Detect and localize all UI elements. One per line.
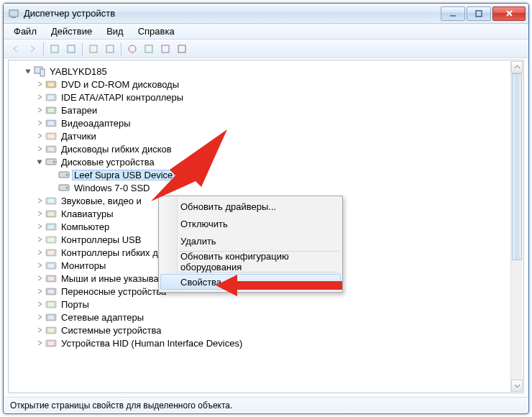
svg-rect-57 — [48, 342, 54, 345]
menu-view[interactable]: Вид — [101, 24, 129, 38]
svg-point-29 — [53, 161, 55, 163]
tree-item[interactable]: Сетевые адаптеры — [12, 311, 520, 324]
svg-point-10 — [129, 45, 136, 52]
ctx-disable[interactable]: Отключить — [160, 215, 341, 232]
svg-rect-25 — [48, 134, 54, 138]
statusbar: Открытие страницы свойств для выделенног… — [4, 397, 528, 413]
vertical-scrollbar[interactable] — [510, 61, 523, 392]
tree-item[interactable]: Windows 7-0 SSD — [12, 181, 520, 194]
svg-rect-47 — [48, 277, 54, 280]
tree-item[interactable]: Дисководы гибких дисков — [12, 142, 520, 155]
tree-item[interactable]: Датчики — [12, 129, 520, 142]
toolbar-icon[interactable] — [124, 41, 140, 57]
svg-rect-6 — [51, 45, 58, 52]
tree-item[interactable]: IDE ATA/ATAPI контроллеры — [12, 91, 520, 104]
tree-item[interactable]: Leef Supra USB Device — [12, 168, 520, 181]
toolbar-icon[interactable] — [141, 41, 157, 57]
svg-rect-8 — [90, 45, 97, 52]
menubar: Файл Действие Вид Справка — [4, 24, 528, 40]
forward-button[interactable] — [24, 41, 40, 57]
svg-rect-55 — [48, 329, 54, 332]
svg-rect-19 — [48, 96, 54, 99]
toolbar-icon[interactable] — [157, 41, 173, 57]
menu-file[interactable]: Файл — [8, 24, 42, 38]
svg-rect-43 — [48, 251, 54, 255]
svg-rect-12 — [162, 45, 169, 52]
ctx-uninstall[interactable]: Удалить — [160, 232, 341, 249]
tree-root[interactable]: YABLYKD185 — [12, 65, 520, 78]
context-menu: Обновить драйверы... Отключить Удалить О… — [158, 196, 343, 293]
back-button[interactable] — [8, 41, 24, 57]
scroll-thumb[interactable] — [512, 73, 522, 260]
menu-action[interactable]: Действие — [45, 24, 98, 38]
tree-item[interactable]: Системные устройства — [12, 324, 520, 336]
svg-rect-37 — [48, 212, 54, 216]
svg-rect-53 — [48, 316, 54, 319]
minimize-button[interactable] — [441, 6, 465, 21]
svg-rect-7 — [68, 45, 75, 52]
close-button[interactable] — [492, 6, 526, 21]
status-text: Открытие страницы свойств для выделенног… — [10, 400, 232, 411]
toolbar — [4, 40, 528, 58]
ctx-update-drivers[interactable]: Обновить драйверы... — [160, 198, 341, 215]
toolbar-icon[interactable] — [47, 41, 63, 57]
svg-point-31 — [66, 174, 68, 176]
svg-rect-17 — [48, 83, 54, 86]
toolbar-icon[interactable] — [102, 41, 118, 57]
tree-item[interactable]: Устройства HID (Human Interface Devices) — [12, 336, 520, 349]
svg-rect-3 — [476, 11, 482, 17]
svg-point-33 — [66, 187, 68, 189]
menu-help[interactable]: Справка — [132, 24, 180, 38]
svg-rect-15 — [40, 69, 45, 76]
svg-rect-23 — [48, 122, 54, 125]
svg-rect-51 — [48, 303, 54, 306]
svg-rect-11 — [145, 45, 152, 52]
tree-item[interactable]: Видеоадаптеры — [12, 116, 520, 129]
svg-rect-41 — [48, 238, 54, 242]
svg-rect-27 — [48, 147, 54, 151]
scroll-down-button[interactable] — [511, 380, 523, 392]
toolbar-icon[interactable] — [174, 41, 190, 57]
tree-item[interactable]: DVD и CD-ROM дисководы — [12, 78, 520, 91]
svg-rect-39 — [48, 225, 54, 229]
scroll-up-button[interactable] — [511, 61, 523, 73]
app-icon — [8, 8, 19, 19]
svg-rect-13 — [178, 45, 185, 52]
toolbar-icon[interactable] — [63, 41, 79, 57]
svg-rect-0 — [9, 10, 18, 17]
ctx-scan-hardware[interactable]: Обновить конфигурацию оборудования — [160, 253, 341, 270]
tree-item[interactable]: Дисковые устройства — [12, 155, 520, 168]
window-title: Диспетчер устройств — [24, 8, 441, 19]
ctx-properties[interactable]: Свойства — [160, 274, 341, 290]
svg-rect-1 — [12, 17, 16, 18]
maximize-button[interactable] — [467, 6, 491, 21]
tree-item[interactable]: Батареи — [12, 104, 520, 116]
tree-item[interactable]: Порты — [12, 298, 520, 311]
svg-rect-45 — [48, 264, 54, 267]
svg-rect-35 — [48, 199, 54, 203]
svg-rect-49 — [48, 290, 54, 293]
svg-rect-9 — [106, 45, 114, 52]
toolbar-icon[interactable] — [86, 41, 101, 57]
svg-rect-21 — [48, 109, 54, 112]
titlebar: Диспетчер устройств — [4, 4, 528, 24]
